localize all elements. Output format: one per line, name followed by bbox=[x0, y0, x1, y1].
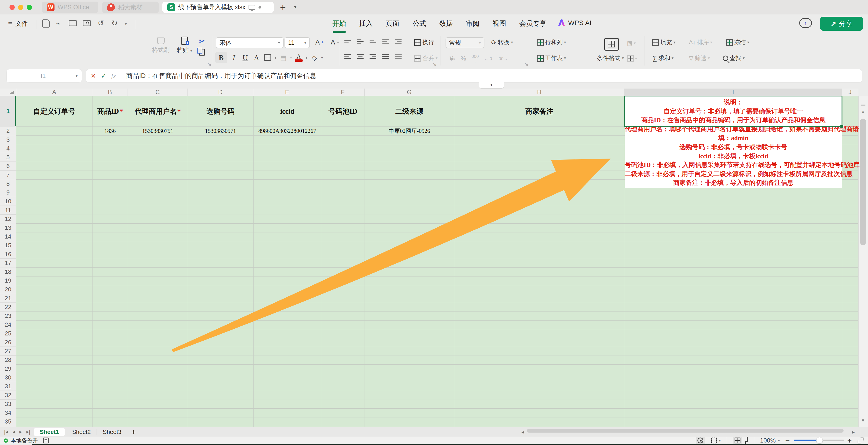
paste-button[interactable]: 粘贴 ▾ bbox=[177, 37, 192, 54]
print-icon[interactable] bbox=[69, 20, 77, 26]
table-style-icon[interactable]: ▾ bbox=[627, 55, 637, 62]
row-header-35[interactable]: 35 bbox=[0, 417, 16, 426]
row-header-15[interactable]: 15 bbox=[0, 241, 16, 250]
font-color-button[interactable]: A bbox=[294, 53, 303, 62]
zoom-chevron[interactable]: ▾ bbox=[778, 438, 780, 443]
cell-style-icon[interactable]: ⬔▾ bbox=[627, 40, 636, 47]
ribbon-tab-页面[interactable]: 页面 bbox=[386, 19, 399, 28]
sheet-tab-Sheet3[interactable]: Sheet3 bbox=[97, 429, 127, 436]
selection-fill-handle[interactable] bbox=[840, 125, 844, 129]
shrink-font-button[interactable]: A− bbox=[331, 38, 339, 46]
ribbon-tab-审阅[interactable]: 审阅 bbox=[466, 19, 479, 28]
row-header-22[interactable]: 22 bbox=[0, 303, 16, 311]
convert-button[interactable]: ⟳ 转换▾ bbox=[491, 38, 513, 46]
align-right-icon[interactable] bbox=[370, 54, 376, 59]
header-cell-G1[interactable]: 二级来源 bbox=[365, 96, 454, 127]
conditional-format-button[interactable]: 条件格式▾ bbox=[597, 54, 624, 62]
fill-color-icon[interactable]: ⬒ bbox=[279, 53, 288, 62]
justify-icon[interactable] bbox=[382, 54, 389, 59]
font-size-select[interactable]: 11▾ bbox=[284, 37, 310, 48]
column-header-F[interactable]: F bbox=[321, 89, 365, 96]
row-header-20[interactable]: 20 bbox=[0, 285, 16, 294]
cloud-upload-icon[interactable]: ↑ bbox=[799, 18, 812, 28]
row-headers[interactable]: 1234567891011121314151617181920212223242… bbox=[0, 96, 16, 427]
cancel-icon[interactable]: ✕ bbox=[91, 72, 96, 80]
increase-decimal-icon[interactable]: .00→ bbox=[498, 57, 508, 61]
row-header-17[interactable]: 17 bbox=[0, 259, 16, 268]
zoom-out-button[interactable]: − bbox=[785, 436, 790, 445]
zoom-window-button[interactable] bbox=[27, 5, 32, 10]
align-left-icon[interactable] bbox=[344, 54, 351, 59]
find-button[interactable]: 查找▾ bbox=[723, 54, 745, 62]
sort-button[interactable]: A↓ 排序▾ bbox=[689, 38, 712, 46]
center-selection-button[interactable]: ▾ bbox=[711, 438, 721, 443]
zoom-level-value[interactable]: 100% bbox=[760, 437, 776, 444]
horizontal-scrollbar-thumb[interactable] bbox=[527, 429, 844, 433]
thousands-format-icon[interactable]: 000, bbox=[471, 54, 479, 63]
minimize-window-button[interactable] bbox=[18, 5, 23, 10]
column-header-B[interactable]: B bbox=[92, 89, 128, 96]
row-header-34[interactable]: 34 bbox=[0, 408, 16, 417]
decrease-indent-icon[interactable] bbox=[382, 39, 389, 44]
borders-icon[interactable] bbox=[265, 54, 271, 61]
row-header-26[interactable]: 26 bbox=[0, 338, 16, 347]
tab-active-document[interactable]: S 线下预售单导入模板.xlsx bbox=[162, 2, 274, 13]
share-button[interactable]: ↗ 分享 bbox=[820, 17, 863, 31]
dialog-launcher-icon[interactable]: ↘ bbox=[524, 62, 528, 67]
underline-button[interactable]: U bbox=[241, 53, 250, 62]
tab-docer[interactable]: ❞ 稻壳素材 bbox=[102, 2, 159, 13]
row-header-14[interactable]: 14 bbox=[0, 232, 16, 241]
undo-redo-chevron[interactable]: ▾ bbox=[125, 22, 127, 27]
percent-format-icon[interactable]: % bbox=[461, 55, 466, 62]
row-header-5[interactable]: 5 bbox=[0, 153, 16, 162]
ribbon-tab-开始[interactable]: 开始 bbox=[333, 19, 346, 28]
merge-button[interactable]: 合并▾ bbox=[414, 54, 438, 62]
ribbon-tab-会员专享[interactable]: 会员专享 bbox=[519, 19, 547, 28]
save-icon[interactable] bbox=[42, 20, 50, 28]
row-header-29[interactable]: 29 bbox=[0, 364, 16, 373]
row-header-12[interactable]: 12 bbox=[0, 215, 16, 224]
row-header-3[interactable]: 3 bbox=[0, 135, 16, 144]
cell-B2[interactable]: 1836 bbox=[92, 127, 128, 135]
row-header-21[interactable]: 21 bbox=[0, 294, 16, 303]
row-header-28[interactable]: 28 bbox=[0, 355, 16, 364]
sheet-tab-Sheet2[interactable]: Sheet2 bbox=[66, 429, 97, 436]
header-cell-H1[interactable]: 商家备注 bbox=[454, 96, 625, 127]
align-middle-icon[interactable] bbox=[357, 39, 364, 44]
zoom-slider[interactable] bbox=[794, 440, 844, 441]
cell-D2[interactable]: 15303830571 bbox=[188, 127, 253, 135]
row-header-8[interactable]: 8 bbox=[0, 179, 16, 188]
scroll-down-icon[interactable]: ▼ bbox=[860, 418, 866, 423]
column-headers[interactable]: ABCDEFGHIJ bbox=[16, 89, 858, 96]
fx-icon[interactable]: fx bbox=[111, 72, 116, 79]
cell-E2[interactable]: 898600A3032280012267 bbox=[253, 127, 321, 135]
enter-icon[interactable]: ✓ bbox=[101, 72, 106, 80]
header-cell-C1[interactable]: 代理商用户名* bbox=[128, 96, 188, 127]
next-sheet-icon[interactable]: ▸ bbox=[20, 429, 22, 435]
grow-font-button[interactable]: A+ bbox=[315, 38, 324, 46]
cut-icon[interactable]: ✂ bbox=[199, 37, 205, 46]
collapse-toolbar-button[interactable]: ▾ bbox=[479, 81, 504, 89]
strikethrough-button[interactable]: A bbox=[252, 53, 261, 62]
cell-G2[interactable]: 中原02网厅-0926 bbox=[365, 127, 454, 135]
row-header-10[interactable]: 10 bbox=[0, 197, 16, 206]
new-tab-button[interactable]: + bbox=[280, 2, 286, 13]
fill-button[interactable]: 填充▾ bbox=[652, 38, 676, 46]
redo-icon[interactable]: ↻ bbox=[111, 19, 118, 28]
row-header-11[interactable]: 11 bbox=[0, 206, 16, 215]
column-header-G[interactable]: G bbox=[365, 89, 454, 96]
close-window-button[interactable] bbox=[9, 5, 15, 10]
scroll-up-icon[interactable]: ▲ bbox=[860, 109, 866, 114]
first-sheet-icon[interactable]: |◂ bbox=[4, 429, 8, 435]
prev-sheet-icon[interactable]: ◂ bbox=[12, 429, 15, 435]
number-format-select[interactable]: 常规▾ bbox=[445, 37, 485, 48]
clear-format-icon[interactable]: ◇ bbox=[310, 53, 319, 62]
align-center-icon[interactable] bbox=[357, 54, 364, 59]
italic-button[interactable]: I bbox=[229, 53, 238, 62]
row-header-30[interactable]: 30 bbox=[0, 373, 16, 382]
fullscreen-icon[interactable] bbox=[858, 438, 864, 443]
row-header-32[interactable]: 32 bbox=[0, 391, 16, 400]
ribbon-tab-公式[interactable]: 公式 bbox=[412, 19, 426, 28]
row-header-19[interactable]: 19 bbox=[0, 276, 16, 285]
header-cell-A1[interactable]: 自定义订单号 bbox=[16, 96, 92, 127]
